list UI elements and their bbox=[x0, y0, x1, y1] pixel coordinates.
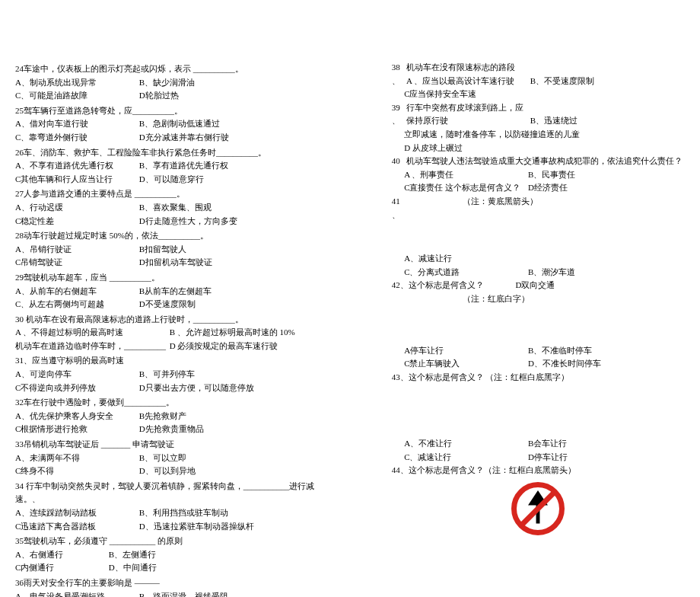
q29-option-d: D不受速度限制 bbox=[139, 298, 261, 311]
q42-note: （注：红底白字） bbox=[463, 294, 530, 303]
q34-option-a: A、连续踩踏制动踏板 bbox=[15, 506, 137, 520]
q34-option-c: C迅速踏下离合器踏板 bbox=[15, 520, 137, 534]
q33-option-d: D、可以到异地 bbox=[139, 465, 261, 478]
q29-option-b: B从前车的左侧超车 bbox=[139, 285, 261, 298]
q31-option-b: B、可并列停车 bbox=[139, 368, 261, 382]
q25-option-b: B、急剧制动低速通过 bbox=[139, 117, 261, 131]
q34-option-b: B、利用挡挡或驻车制动 bbox=[139, 506, 261, 520]
q35-option-c: C内侧通行 bbox=[15, 561, 107, 575]
q30-stem: 30 机动车在设有最高限速标志的道路上行驶时，__________。 bbox=[15, 313, 323, 327]
q36-option-a: A、电气设备易受潮短路 bbox=[15, 590, 137, 597]
q31-option-c: C不得逆向或并列停放 bbox=[15, 382, 137, 395]
q38-option-c: C应当保持安全车速 bbox=[404, 89, 476, 98]
q36-stem: 36雨天对安全行车的主要影响是 ——— bbox=[15, 576, 323, 590]
q31-option-a: A、可逆向停车 bbox=[15, 368, 137, 382]
q43-option-c: C、减速让行 bbox=[404, 451, 526, 465]
q36-option-b: B、路面湿滑，视线受阻 bbox=[139, 590, 261, 597]
q33-stem: 33吊销机动车驾驶证后 _______ 申请驾驶证 bbox=[15, 438, 323, 452]
q40-option-a: A 、刑事责任 bbox=[404, 168, 526, 182]
q40-option-d: D经济责任 bbox=[528, 181, 650, 195]
q31-option-d: D只要出去方便，可以随意停放 bbox=[139, 382, 261, 395]
no-straight-sign-icon bbox=[511, 482, 565, 535]
q39-option-d: D 从皮球上碾过 bbox=[404, 143, 463, 152]
q32-option-b: B先抢救财产 bbox=[139, 410, 261, 423]
q43-option-d: D停车让行 bbox=[528, 451, 650, 465]
q35-option-d: D、中间通行 bbox=[109, 561, 200, 575]
q39-option-b: B、迅速绕过 bbox=[530, 114, 652, 128]
q26-option-a: A、不享有道路优先通行权 bbox=[15, 159, 137, 173]
q32-option-a: A、优先保护乘客人身安全 bbox=[15, 410, 137, 423]
q26-option-d: D、可以随意穿行 bbox=[139, 173, 261, 187]
q39-option-c: 立即减速，随时准备停车，以防碰撞追逐的儿童 bbox=[404, 129, 580, 139]
q35-option-a: A、右侧通行 bbox=[15, 548, 107, 562]
q43-stem: 43、这个标志是何含义？ （注：红框白底黑字） bbox=[392, 371, 685, 385]
q43-option-b: B会车让行 bbox=[528, 437, 650, 451]
q42-option-b: B、不准临时停车 bbox=[528, 344, 650, 358]
q38-stem: 机动车在没有限速标志的路段 bbox=[406, 62, 515, 72]
q32-stem: 32车在行驶中遇险时，要做到__________。 bbox=[15, 396, 323, 410]
q25-stem: 25驾车辆行至道路急转弯处，应__________。 bbox=[15, 104, 323, 118]
q43-option-a: A、不准让行 bbox=[404, 437, 526, 451]
q25-option-c: C、靠弯道外侧行驶 bbox=[15, 131, 137, 145]
q42-option-a: A停车让行 bbox=[404, 344, 526, 358]
q24-option-d: D轮胎过热 bbox=[139, 89, 261, 103]
q31-stem: 31、应当遵守标明的最高时速 bbox=[15, 354, 323, 368]
q38-option-b: B、不受速度限制 bbox=[530, 75, 652, 88]
q38-num: 38 bbox=[392, 62, 400, 72]
q28-option-a: A、吊销行驶证 bbox=[15, 243, 137, 257]
q27-option-d: D行走随意性大，方向多变 bbox=[139, 215, 261, 228]
q41-option-a: A、减速让行 bbox=[404, 252, 526, 266]
q42-option-d2: D、不准长时间停车 bbox=[528, 357, 650, 371]
q33-option-b: B、可以立即 bbox=[139, 452, 261, 465]
q28-stem: 28动车行驶超过规定时速 50%的，依法__________。 bbox=[15, 229, 323, 243]
q42-stem: 42、这个标志是何含义？ bbox=[392, 279, 514, 292]
q27-option-b: B、喜欢聚集、围观 bbox=[139, 201, 261, 215]
q40-option-b: B、民事责任 bbox=[528, 168, 650, 182]
q24-option-c: C、可能是油路故障 bbox=[15, 89, 137, 103]
q30-option-d: D 必须按规定的最高车速行驶 bbox=[170, 340, 322, 353]
q24-option-a: A、制动系统出现异常 bbox=[15, 76, 137, 90]
q25-option-a: A、借对向车道行驶 bbox=[15, 117, 137, 131]
q39-option-a: 保持原行驶 bbox=[406, 114, 528, 128]
q38-option-a: A 、应当以最高设计车速行驶 bbox=[406, 75, 528, 88]
q41-option-bb: B、潮汐车道 bbox=[528, 266, 650, 279]
q30-option-a: A 、不得超过标明的最高时速 bbox=[15, 326, 167, 340]
q42-option-c: C禁止车辆驶入 bbox=[404, 357, 526, 371]
q26-option-c: C其他车辆和行人应当让行 bbox=[15, 173, 137, 187]
q34-stem: 34 行车中制动突然失灵时，驾驶人要沉着镇静，握紧转向盘，___________… bbox=[15, 480, 323, 506]
q28-option-c: C吊销驾驶证 bbox=[15, 256, 137, 270]
q41-note: （注：黄底黑箭头） bbox=[463, 196, 538, 206]
q29-stem: 29驾驶机动车超车，应当 __________。 bbox=[15, 271, 323, 285]
q29-option-a: A、从前车的右侧超车 bbox=[15, 285, 137, 298]
q24-option-b: B、缺少润滑油 bbox=[139, 76, 261, 90]
q30-option-b: B 、允许超过标明最高时速的 10% bbox=[170, 326, 322, 340]
q40-num: 40 bbox=[392, 156, 400, 165]
q44-stem: 44、这个标志是何含义？（注：红框白底黑箭头） bbox=[392, 464, 685, 477]
q40-option-c: C直接责任 这个标志是何含义？ bbox=[404, 181, 526, 195]
q40-stem: 机动车驾驶人违法驾驶造成重大交通事故构成犯罪的，依法追究什么责任？ bbox=[406, 156, 682, 165]
q41-option-c: C、分离式道路 bbox=[404, 266, 526, 279]
q28-option-b: B扣留驾驶人 bbox=[139, 243, 261, 257]
q42-option-d: D双向交通 bbox=[515, 280, 555, 289]
q26-stem: 26车、消防车、救护车、工程险险车非执行紧急任务时__________。 bbox=[15, 146, 323, 160]
q30-option-c: 机动车在道路边临时停车时，__________ bbox=[15, 340, 167, 353]
q41-num: 41 bbox=[392, 196, 400, 206]
q33-option-c: C终身不得 bbox=[15, 465, 137, 478]
q24-stem: 24车途中，仪表板上的图示灯亮起或闪烁，表示 __________。 bbox=[15, 62, 323, 76]
q32-option-c: C根据情形进行抢救 bbox=[15, 423, 137, 436]
q35-option-b: B、左侧通行 bbox=[109, 548, 200, 562]
q39-stem: 行车中突然有皮球滚到路上，应 bbox=[406, 103, 523, 112]
q34-option-d: D、迅速拉紧驻车制动器操纵杆 bbox=[139, 520, 261, 534]
q25-option-d: D充分减速并靠右侧行驶 bbox=[139, 131, 261, 145]
q27-option-a: A、行动迟缓 bbox=[15, 201, 137, 215]
q35-stem: 35驾驶机动车，必须遵守 ___________ 的原则 bbox=[15, 535, 323, 548]
q27-stem: 27人参与道路交通的主要特点是 __________。 bbox=[15, 187, 323, 201]
q29-option-c: C、从左右两侧均可超越 bbox=[15, 298, 137, 311]
q39-num: 39 bbox=[392, 103, 400, 112]
q33-option-a: A、未满两年不得 bbox=[15, 452, 137, 465]
q28-option-d: D扣留机动车驾驶证 bbox=[139, 256, 261, 270]
q27-option-c: C稳定性差 bbox=[15, 215, 137, 228]
q26-option-b: B、享有道路优先通行权 bbox=[139, 159, 261, 173]
q32-option-d: D先抢救贵重物品 bbox=[139, 423, 261, 436]
